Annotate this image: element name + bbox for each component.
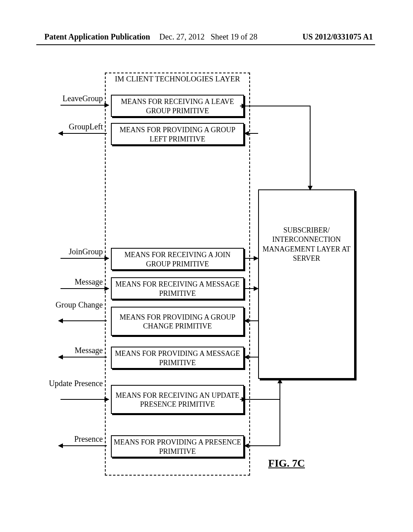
box-presence: MEANS FOR PROVIDING A PRESENCE PRIMITIVE [111, 435, 244, 457]
figure-label: FIG. 7C [268, 457, 305, 470]
arrow-in-leavegroup [60, 105, 109, 106]
conn-message-out-in [244, 357, 258, 357]
arrow-in-message [60, 288, 109, 289]
label-updatepresence: Update Presence [38, 379, 103, 388]
header-date: Dec. 27, 2012 [159, 32, 204, 41]
box-groupleft: MEANS FOR PROVIDING A GROUP LEFT PRIMITI… [111, 123, 244, 145]
conn-groupleft-in [244, 133, 258, 134]
box-updatepresence: MEANS FOR RECEIVING AN UPDATE PRESENCE P… [111, 385, 244, 414]
conn-updatepresence-h [244, 399, 280, 400]
header-pubno: US 2012/0331075 A1 [302, 32, 373, 42]
conn-leavegroup-v [310, 106, 311, 190]
arrow-out-presence [58, 445, 107, 446]
arrow-out-groupleft [58, 133, 107, 134]
conn-message-in-out [244, 288, 258, 289]
header-sheet: Sheet 19 of 28 [211, 32, 257, 41]
box-groupchange: MEANS FOR PROVIDING A GROUP CHANGE PRIMI… [111, 307, 244, 336]
box-joingroup: MEANS FOR RECEIVING A JOIN GROUP PRIMITI… [111, 248, 244, 270]
box-leavegroup: MEANS FOR RECEIVING A LEAVE GROUP PRIMIT… [111, 95, 244, 117]
conn-presence-in-stub [244, 445, 254, 446]
arrow-in-updatepresence [60, 399, 109, 400]
diagram-fig-7c: IM CLIENT TECHNOLOGIES LAYER SUBSCRIBER/… [36, 69, 375, 484]
label-message-out: Message [38, 346, 103, 355]
conn-presence-h [254, 445, 280, 446]
conn-groupchange-in [244, 320, 258, 321]
arrow-out-message [58, 357, 107, 357]
conn-updatepresence-out-stub [240, 399, 246, 400]
subscriber-management-layer-label: SUBSCRIBER/ INTERCONNECTION MANAGEMENT L… [261, 226, 352, 264]
box-message-out: MEANS FOR PROVIDING A MESSAGE PRIMITIVE [111, 347, 244, 369]
conn-leavegroup-h [244, 106, 311, 106]
label-leavegroup: LeaveGroup [38, 94, 103, 103]
label-groupchange: Group Change [38, 300, 103, 310]
conn-joingroup-out [244, 258, 258, 259]
subscriber-management-layer-box [258, 189, 355, 379]
header-rule [36, 44, 375, 45]
label-presence: Presence [38, 434, 103, 444]
conn-presence-v [280, 378, 280, 446]
label-message-in: Message [38, 277, 103, 287]
label-joingroup: JoinGroup [38, 247, 103, 256]
label-groupleft: GroupLeft [38, 122, 103, 131]
im-client-layer-title: IM CLIENT TECHNOLOGIES LAYER [109, 75, 246, 84]
header-date-sheet: Dec. 27, 2012 Sheet 19 of 28 [159, 32, 257, 42]
arrow-in-joingroup [60, 258, 109, 259]
header-publication: Patent Application Publication [44, 32, 150, 42]
conn-leavegroup-out-stub [240, 106, 246, 106]
box-message-in: MEANS FOR RECEIVING A MESSAGE PRIMITIVE [111, 277, 244, 299]
arrow-out-groupchange [58, 320, 107, 321]
